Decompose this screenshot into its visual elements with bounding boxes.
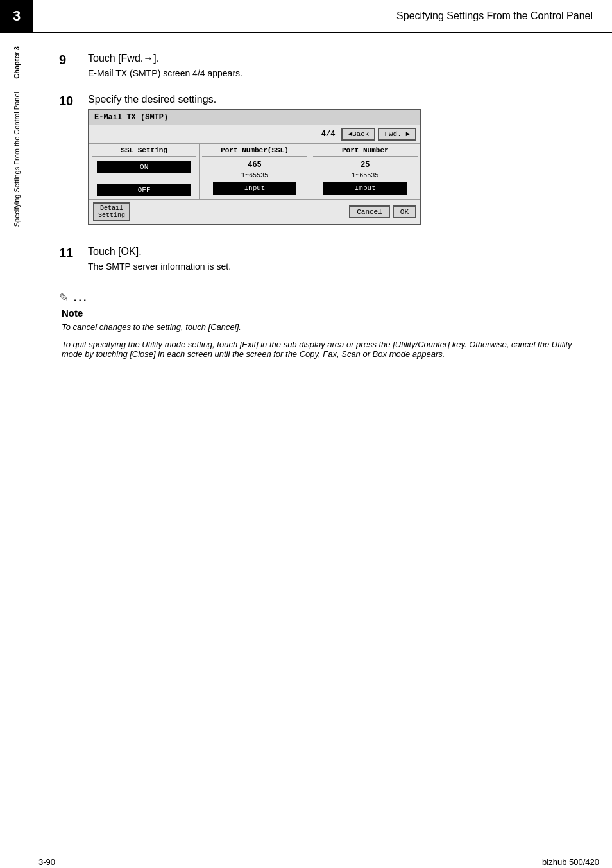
step-11-subtext: The SMTP server information is set. <box>88 261 593 272</box>
port-number-column: Port Number 25 1~65535 Input <box>310 144 420 199</box>
note-text-2: To quit specifying the Utility mode sett… <box>62 340 593 359</box>
port-ssl-input-button[interactable]: Input <box>213 182 297 195</box>
ssl-setting-header: SSL Setting <box>92 146 196 157</box>
step-11-number: 11 <box>59 246 88 261</box>
port-number-ssl-content: 465 1~65535 Input <box>202 161 307 195</box>
main-content: 9 Touch [Fwd.→]. E-Mail TX (SMTP) screen… <box>33 33 612 868</box>
step-10-instruction: Specify the desired settings. <box>88 94 593 105</box>
footer-product-name: bizhub 500/420 <box>542 857 599 867</box>
header-title: Specifying Settings From the Control Pan… <box>33 10 599 22</box>
port-ssl-range: 1~65535 <box>241 172 268 179</box>
step-9-instruction: Touch [Fwd.→]. <box>88 53 593 64</box>
ssl-on-button[interactable]: ON <box>97 161 191 173</box>
cancel-button[interactable]: Cancel <box>349 205 390 218</box>
footer-page-number: 3-90 <box>38 857 55 867</box>
step-11-content: Touch [OK]. The SMTP server information … <box>88 246 593 281</box>
port-value: 25 <box>361 161 370 169</box>
page-footer: 3-90 bizhub 500/420 <box>0 849 612 868</box>
step-11: 11 Touch [OK]. The SMTP server informati… <box>59 246 593 281</box>
bottom-buttons: Cancel OK <box>349 205 416 218</box>
ok-button[interactable]: OK <box>393 205 416 218</box>
page-header: 3 Specifying Settings From the Control P… <box>0 0 612 33</box>
screen-title-bar: E-Mail TX (SMTP) <box>89 110 420 125</box>
step-11-instruction: Touch [OK]. <box>88 246 593 257</box>
ssl-setting-content: ON OFF <box>92 161 196 196</box>
chapter-number: 3 <box>13 8 21 24</box>
note-dots: ... <box>74 292 88 304</box>
step-10-content: Specify the desired settings. E-Mail TX … <box>88 94 593 239</box>
ssl-off-button[interactable]: OFF <box>97 184 191 196</box>
note-label: Note <box>62 308 593 318</box>
port-number-ssl-header: Port Number(SSL) <box>202 146 307 157</box>
port-number-content: 25 1~65535 Input <box>313 161 418 195</box>
step-10: 10 Specify the desired settings. E-Mail … <box>59 94 593 239</box>
port-number-header: Port Number <box>313 146 418 157</box>
step-10-number: 10 <box>59 94 88 108</box>
step-9-subtext: E-Mail TX (SMTP) screen 4/4 appears. <box>88 68 593 78</box>
sidebar-chapter-label: Chapter 3 <box>13 46 21 79</box>
note-icon-row: ✎ ... <box>59 291 593 305</box>
screen-mockup: E-Mail TX (SMTP) 4/4 ◄Back Fwd. ► SSL Se… <box>88 109 421 225</box>
step-9: 9 Touch [Fwd.→]. E-Mail TX (SMTP) screen… <box>59 53 593 87</box>
screen-page: 4/4 <box>321 130 336 139</box>
port-number-ssl-column: Port Number(SSL) 465 1~65535 Input <box>200 144 310 199</box>
screen-title: E-Mail TX (SMTP) <box>94 113 168 122</box>
note-section: ✎ ... Note To cancel changes to the sett… <box>59 291 593 359</box>
pencil-icon: ✎ <box>59 291 69 305</box>
step-9-number: 9 <box>59 53 88 67</box>
sidebar: Chapter 3 Specifying Settings From the C… <box>0 33 33 849</box>
step-9-content: Touch [Fwd.→]. E-Mail TX (SMTP) screen 4… <box>88 53 593 87</box>
fwd-button[interactable]: Fwd. ► <box>378 128 416 141</box>
screen-nav-bar: 4/4 ◄Back Fwd. ► <box>89 125 420 144</box>
chapter-number-box: 3 <box>0 0 33 33</box>
screen-columns: SSL Setting ON OFF Port Number(SSL) 465 … <box>89 144 420 200</box>
sidebar-section-label: Specifying Settings From the Control Pan… <box>13 92 21 227</box>
detail-setting-button[interactable]: DetailSetting <box>93 202 130 221</box>
port-range: 1~65535 <box>352 172 378 179</box>
port-input-button[interactable]: Input <box>323 182 407 195</box>
back-button[interactable]: ◄Back <box>341 128 375 141</box>
screen-bottom-bar: DetailSetting Cancel OK <box>89 200 420 224</box>
port-ssl-value: 465 <box>248 161 262 169</box>
note-text-1: To cancel changes to the setting, touch … <box>62 322 593 332</box>
ssl-setting-column: SSL Setting ON OFF <box>89 144 200 199</box>
